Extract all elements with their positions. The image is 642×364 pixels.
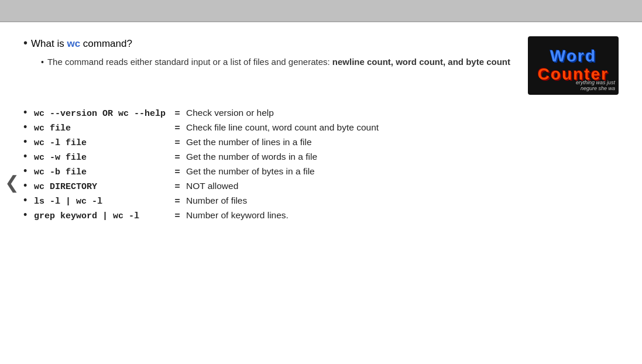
cmd-desc-0: Check version or help (186, 108, 274, 118)
word-counter-image: Word Counter erything was justnegure she… (528, 36, 619, 95)
cmd-bullet-1: • (23, 121, 34, 133)
wc-word-text: Word (550, 47, 596, 66)
intro-text: • What is wc command? • The command read… (23, 36, 510, 69)
command-row: • grep keyword | wc -l = Number of keywo… (23, 209, 619, 221)
command-list: • wc --version OR wc --help = Check vers… (23, 107, 619, 221)
intro-bullet: • What is wc command? (23, 36, 510, 50)
command-row: • wc --version OR wc --help = Check vers… (23, 107, 619, 119)
intro-section: • What is wc command? • The command read… (23, 36, 619, 95)
sub-bullet-text: The command reads either standard input … (47, 56, 510, 69)
cmd-bullet-3: • (23, 150, 34, 163)
wc-subtext: erything was justnegure she wa (576, 80, 615, 91)
cmd-bullet-0: • (23, 107, 34, 119)
cmd-code-0: wc --version OR wc --help (34, 109, 169, 119)
cmd-desc-5: NOT allowed (186, 181, 238, 191)
cmd-equals-1: = (169, 122, 186, 133)
cmd-desc-7: Number of keyword lines. (186, 210, 289, 221)
command-row: • wc -l file = Get the number of lines i… (23, 136, 619, 148)
cmd-bullet-2: • (23, 136, 34, 148)
cmd-desc-2: Get the number of lines in a file (186, 137, 312, 147)
command-row: • wc file = Check file line count, word … (23, 121, 619, 133)
cmd-equals-6: = (169, 195, 186, 206)
cmd-bullet-7: • (23, 209, 34, 221)
command-row: • wc DIRECTORY = NOT allowed (23, 180, 619, 192)
cmd-code-3: wc -w file (34, 153, 169, 163)
cmd-equals-4: = (169, 166, 186, 177)
cmd-desc-1: Check file line count, word count and by… (186, 122, 379, 133)
commands-section: • wc --version OR wc --help = Check vers… (23, 107, 619, 221)
cmd-desc-3: Get the number of words in a file (186, 152, 317, 162)
cmd-code-1: wc file (34, 123, 169, 133)
bullet-dot: • (23, 36, 28, 50)
cmd-equals-5: = (169, 181, 186, 191)
cmd-bullet-5: • (23, 180, 34, 192)
intro-sub-bullet: • The command reads either standard inpu… (41, 56, 510, 69)
cmd-code-7: grep keyword | wc -l (34, 211, 169, 221)
cmd-code-2: wc -l file (34, 138, 169, 148)
command-row: • ls -l | wc -l = Number of files (23, 194, 619, 207)
cmd-equals-2: = (169, 137, 186, 147)
cmd-equals-0: = (169, 108, 186, 118)
cmd-equals-7: = (169, 210, 186, 221)
cmd-bullet-6: • (23, 194, 34, 207)
command-row: • wc -b file = Get the number of bytes i… (23, 165, 619, 177)
cmd-bullet-4: • (23, 165, 34, 177)
sub-bullet-bold: newline count, word count, and byte coun… (332, 57, 510, 67)
command-row: • wc -w file = Get the number of words i… (23, 150, 619, 163)
cmd-desc-4: Get the number of bytes in a file (186, 166, 315, 177)
cmd-desc-6: Number of files (186, 195, 247, 206)
cmd-equals-3: = (169, 152, 186, 162)
cmd-code-4: wc -b file (34, 167, 169, 177)
intro-what-is: What is wc command? (31, 38, 132, 50)
header (0, 0, 642, 22)
content: • What is wc command? • The command read… (0, 22, 642, 233)
cmd-code-6: ls -l | wc -l (34, 197, 169, 207)
intro-wc-blue: wc (67, 38, 80, 49)
cmd-code-5: wc DIRECTORY (34, 182, 169, 192)
sub-bullet-dot: • (41, 56, 44, 68)
